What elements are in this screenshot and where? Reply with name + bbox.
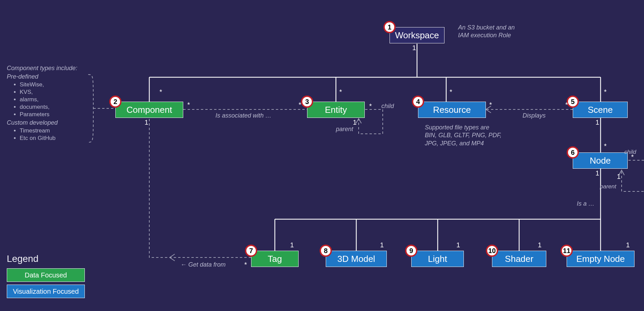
entity-parent: parent [336,125,353,133]
mult: * [489,101,492,109]
resource-label: Resource [433,105,471,115]
mult: * [299,101,301,109]
node-label: Node [590,156,611,166]
emptynode-badge: 11 [561,245,573,257]
light-node: Light [411,251,464,267]
component-node: Component [115,102,183,118]
mult: 1 [290,241,294,249]
resource-note: Supported file types are BIN, GLB, GLTF,… [425,124,501,147]
scene-badge: 5 [567,96,579,108]
resource-badge: 4 [412,96,424,108]
model3d-node: 3D Model [326,251,387,267]
node-node: Node [573,152,628,169]
mult: * [604,88,607,96]
model3d-label: 3D Model [337,254,375,264]
mult: * [369,102,372,110]
displays-note: Displays [523,112,546,120]
isa-note: Is a … [577,200,594,208]
mult: 1 [617,173,621,181]
mult: * [339,88,342,96]
mult: 1 [538,241,542,249]
entity-label: Entity [325,105,347,115]
mult: 1 [412,44,416,52]
workspace-node: Workspace [390,27,444,43]
mult: * [565,101,568,109]
assoc-note: Is associated with … [215,112,271,120]
mult: * [604,142,607,150]
workspace-badge: 1 [383,21,396,33]
mult: 1 [380,241,384,249]
mult: 1 [145,119,148,126]
legend-data-focused: Data Focused [7,268,85,282]
mult: 1 [595,119,599,126]
node-parent: parent [600,183,616,190]
diagram-canvas: { "nodes": { "workspace": { "num": "1", … [0,0,644,311]
component-badge: 2 [109,96,121,108]
legend: Legend Data Focused Visualization Focuse… [7,253,85,301]
workspace-note: An S3 bucket and an IAM execution Role [458,24,515,40]
light-badge: 9 [405,245,417,257]
mult: * [244,261,247,269]
legend-viz-focused: Visualization Focused [7,285,85,298]
node-child: child [624,148,636,156]
resource-node: Resource [418,102,486,118]
mult: 1 [353,119,357,126]
shader-node: Shader [492,251,546,267]
mult: 1 [626,241,630,249]
node-badge: 6 [567,146,579,159]
component-types-note: Component types include: Pre-defined Sit… [7,64,92,142]
tag-badge: 7 [245,245,257,257]
getdata-note: ← Get data from [181,261,226,269]
shader-label: Shader [505,254,533,264]
component-label: Component [127,105,172,115]
shader-badge: 10 [486,245,498,257]
legend-title: Legend [7,253,85,264]
mult: 1 [595,169,599,177]
connector-layer [0,0,644,311]
workspace-label: Workspace [395,30,439,41]
mult: * [187,101,190,109]
tag-node: Tag [251,251,299,267]
entity-badge: 3 [301,96,313,108]
mult: * [450,88,452,96]
mult: * [159,88,162,96]
entity-child: child [381,102,394,110]
emptynode-node: Empty Node [567,251,634,267]
tag-label: Tag [268,254,282,264]
model3d-badge: 8 [320,245,332,257]
mult: 1 [456,241,460,249]
scene-node: Scene [573,102,628,118]
entity-node: Entity [307,102,365,118]
scene-label: Scene [588,105,613,115]
light-label: Light [428,254,447,264]
emptynode-label: Empty Node [576,254,625,264]
